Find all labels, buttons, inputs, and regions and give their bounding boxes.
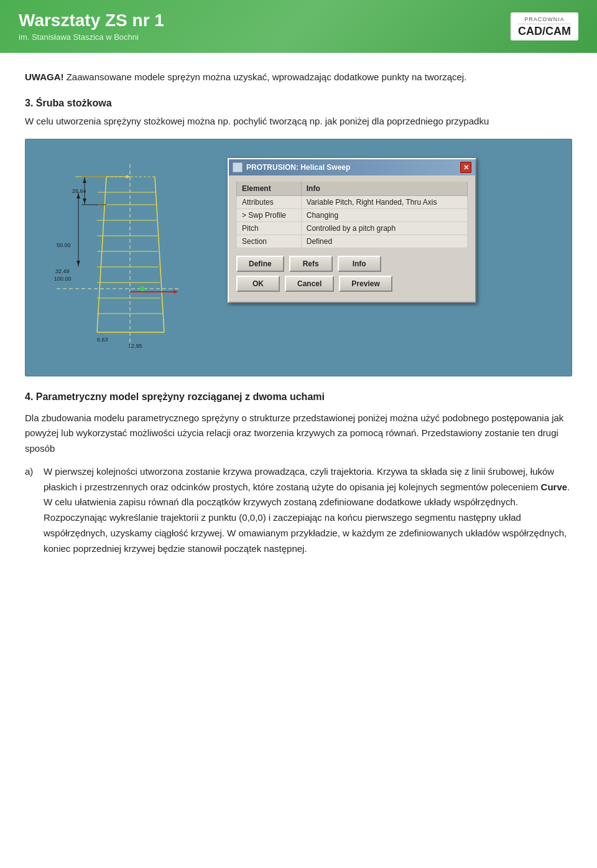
table-header-info: Info [301, 182, 467, 196]
info-button[interactable]: Info [338, 256, 381, 272]
logo-bottom: CAD/CAM [518, 26, 571, 37]
list-item-a: a) W pierwszej kolejności utworzona zost… [25, 464, 572, 557]
section4-intro: Dla zbudowania modelu parametrycznego sp… [25, 411, 572, 457]
header-title: Warsztaty ZS nr 1 [19, 11, 164, 30]
header: Warsztaty ZS nr 1 im. Stanisława Staszic… [0, 0, 597, 53]
svg-point-31 [140, 286, 145, 291]
cancel-button[interactable]: Cancel [285, 276, 334, 292]
svg-text:26.64: 26.64 [72, 188, 86, 194]
dialog-table: Element Info Attributes Variable Pitch, … [236, 182, 468, 248]
page-content: UWAGA! Zaawansowane modele sprężyn można… [0, 53, 597, 588]
cad-svg: 26.64 50.00 32.49 100.00 6.63 [38, 158, 221, 357]
dialog-titlebar: PROTRUSION: Helical Sweep ✕ [229, 159, 475, 175]
uwaga-label: UWAGA! [25, 72, 64, 82]
table-cell-element: Attributes [237, 196, 302, 209]
dialog-title-text: PROTRUSION: Helical Sweep [233, 162, 350, 172]
section3-title: 3. Śruba stożkowa [25, 98, 572, 109]
table-cell-element: Pitch [237, 222, 302, 235]
table-cell-info: Defined [301, 235, 467, 248]
dialog-body: Element Info Attributes Variable Pitch, … [229, 175, 475, 302]
section4-title: 4. Parametryczny model sprężyny rozciąga… [25, 390, 572, 404]
define-button[interactable]: Define [236, 256, 284, 272]
table-row: Attributes Variable Pitch, Right Handed,… [237, 196, 468, 209]
cad-drawing: 26.64 50.00 32.49 100.00 6.63 [38, 158, 221, 357]
preview-button[interactable]: Preview [339, 276, 392, 292]
header-logo: PRACOWNIA CAD/CAM [511, 12, 578, 40]
table-cell-element: > Swp Profile [237, 209, 302, 222]
dialog-buttons-row2: OK Cancel Preview [236, 276, 468, 292]
uwaga-block: UWAGA! Zaawansowane modele sprężyn można… [25, 70, 572, 85]
svg-text:32.49: 32.49 [55, 268, 70, 274]
table-cell-info: Controlled by a pitch graph [301, 222, 467, 235]
dialog-buttons-row1: Define Refs Info [236, 256, 468, 272]
dialog-title-label: PROTRUSION: Helical Sweep [246, 163, 350, 172]
protrusion-dialog: PROTRUSION: Helical Sweep ✕ Element Info… [228, 158, 476, 303]
refs-button[interactable]: Refs [289, 256, 333, 272]
uwaga-body: Zaawansowane modele sprężyn można uzyska… [67, 72, 467, 82]
table-cell-element: Section [237, 235, 302, 248]
table-header-element: Element [237, 182, 302, 196]
ok-button[interactable]: OK [236, 276, 280, 292]
section3-text: W celu utworzenia sprężyny stożkowej moż… [25, 114, 572, 129]
header-text-block: Warsztaty ZS nr 1 im. Stanisława Staszic… [19, 11, 164, 42]
svg-text:12.95: 12.95 [128, 343, 142, 349]
svg-text:6.63: 6.63 [97, 337, 108, 343]
dialog-icon [233, 162, 243, 172]
table-cell-info: Changing [301, 209, 467, 222]
list-text-a: W pierwszej kolejności utworzona zostani… [44, 464, 572, 557]
table-row: Pitch Controlled by a pitch graph [237, 222, 468, 235]
header-subtitle: im. Stanisława Staszica w Bochni [19, 32, 164, 42]
svg-text:50.00: 50.00 [57, 242, 71, 248]
cad-screenshot-area: 26.64 50.00 32.49 100.00 6.63 [25, 139, 572, 376]
svg-text:100.00: 100.00 [54, 276, 72, 282]
uwaga-text: UWAGA! Zaawansowane modele sprężyn można… [25, 70, 572, 85]
table-row: > Swp Profile Changing [237, 209, 468, 222]
table-row: Section Defined [237, 235, 468, 248]
list-label-a: a) [25, 464, 39, 480]
dialog-close-button[interactable]: ✕ [460, 162, 471, 173]
logo-top: PRACOWNIA [518, 16, 571, 24]
table-cell-info: Variable Pitch, Right Handed, Thru Axis [301, 196, 467, 209]
